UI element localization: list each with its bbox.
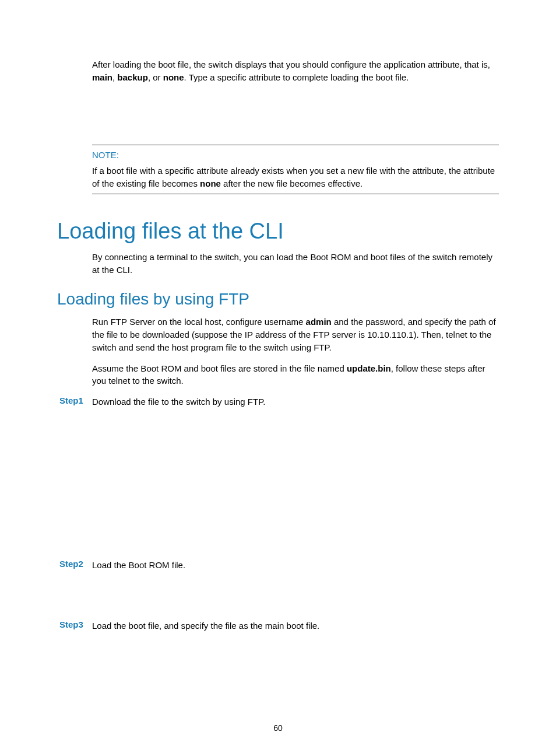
step-2: Step2 Load the Boot ROM file. (57, 559, 499, 572)
heading-1: Loading files at the CLI (57, 219, 499, 244)
bold: backup (117, 72, 148, 82)
bold: none (163, 72, 184, 82)
bold: admin (306, 317, 332, 327)
spacer (57, 408, 499, 554)
step-1: Step1 Download the file to the switch by… (57, 396, 499, 408)
text: After loading the boot file, the switch … (92, 60, 490, 69)
spacer (57, 572, 499, 615)
bold: none (200, 178, 221, 188)
bold: update.bin (347, 363, 391, 373)
step-label: Step1 (59, 396, 92, 408)
document-page: After loading the boot file, the switch … (0, 0, 556, 655)
text: after the new file becomes effective. (221, 178, 363, 188)
paragraph: By connecting a terminal to the switch, … (92, 251, 499, 276)
step-3: Step3 Load the boot file, and specify th… (57, 620, 499, 632)
step-label: Step3 (59, 620, 92, 632)
step-text: Load the boot file, and specify the file… (92, 620, 499, 632)
text: , or (148, 72, 163, 82)
text: Assume the Boot ROM and boot files are s… (92, 363, 347, 373)
paragraph: Run FTP Server on the local host, config… (92, 316, 499, 354)
step-text: Load the Boot ROM file. (92, 559, 499, 572)
step-text: Download the file to the switch by using… (92, 396, 499, 408)
text: . Type a specific attribute to complete … (184, 72, 409, 82)
page-number: 60 (0, 723, 556, 733)
heading-2: Loading files by using FTP (57, 290, 499, 309)
paragraph: Assume the Boot ROM and boot files are s… (92, 362, 499, 388)
step-label: Step2 (59, 559, 92, 572)
bold: main (92, 72, 112, 82)
note-callout: NOTE: If a boot file with a specific att… (92, 145, 499, 194)
note-label: NOTE: (92, 149, 499, 162)
text: Run FTP Server on the local host, config… (92, 317, 306, 327)
intro-paragraph: After loading the boot file, the switch … (92, 58, 499, 84)
note-text: If a boot file with a specific attribute… (92, 164, 499, 190)
